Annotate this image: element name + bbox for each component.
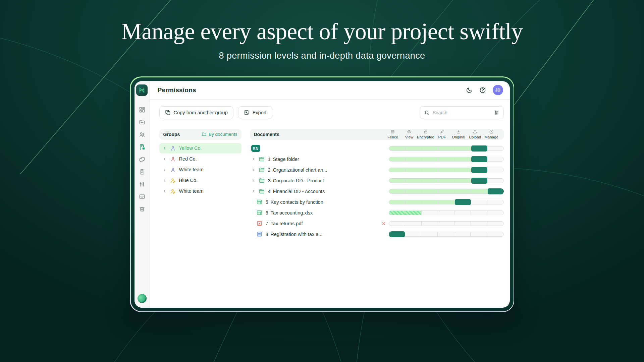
permission-segment-manage[interactable] [487,232,503,236]
column-encrypted[interactable]: Encrypted [418,129,434,139]
document-row[interactable]: 4Financial DD - Accounts [250,186,504,197]
permissions-icon[interactable] [139,144,145,150]
permission-segment-upload[interactable] [471,167,487,173]
chevron-right-icon[interactable] [162,189,167,193]
permission-segment-encrypted[interactable] [422,211,438,215]
document-row[interactable]: RN [250,143,504,154]
column-manage[interactable]: Manage [483,129,500,139]
permission-segment-pdf[interactable] [438,146,455,150]
chevron-right-icon[interactable] [251,168,256,172]
permission-segment-upload[interactable] [471,145,487,152]
column-pdf[interactable]: PDF [434,129,450,139]
permission-segment-upload[interactable] [471,200,487,204]
document-row[interactable]: 6Tax accounting.xlsx [250,207,504,218]
chevron-right-icon[interactable] [162,157,167,161]
column-upload[interactable]: Upload [467,129,483,139]
column-fence[interactable]: Fence [385,129,401,139]
chevron-right-icon[interactable] [251,178,256,183]
permission-segment-view[interactable] [405,222,422,226]
permission-segment-fence[interactable] [389,200,406,204]
permission-segment-original[interactable] [455,157,471,161]
group-row[interactable]: Red Co. [159,154,241,164]
permission-segment-manage[interactable] [487,157,503,161]
permission-segment-original[interactable] [455,146,471,150]
comments-icon[interactable] [139,156,145,163]
permission-segment-fence[interactable] [389,146,406,150]
permission-segment-manage[interactable] [487,222,503,226]
document-row[interactable]: 1Stage folder [250,154,504,165]
users-icon[interactable] [139,131,145,138]
permission-segment-original[interactable] [454,211,471,215]
documents-folder-icon[interactable] [139,119,145,126]
permission-segment-original[interactable] [454,232,471,236]
app-logo[interactable] [136,84,148,96]
permission-segment-encrypted[interactable] [422,179,438,183]
permission-segment-fence[interactable] [389,222,406,226]
permission-segment-upload[interactable] [471,232,487,236]
permission-segment-pdf[interactable] [438,179,455,183]
permission-segment-fence[interactable] [389,179,406,183]
permission-segment-fence[interactable] [389,211,406,215]
group-row[interactable]: Blue Co. [159,175,241,186]
permission-segment-manage[interactable] [488,188,504,194]
column-view[interactable]: View [401,129,418,139]
permission-segment-upload[interactable] [471,156,487,162]
permission-segment-encrypted[interactable] [422,168,438,172]
permission-segment-encrypted[interactable] [422,189,438,193]
permission-segment-upload[interactable] [471,178,487,184]
permission-segment-manage[interactable] [487,211,503,215]
search-field[interactable] [420,106,504,119]
permission-segment-view[interactable] [406,146,422,150]
permission-segment-fence[interactable] [389,168,406,172]
permission-segment-pdf[interactable] [438,200,455,204]
permission-segment-fence[interactable] [389,157,406,161]
document-row[interactable]: 2Organizational chart an... [250,165,504,175]
permission-segment-pdf[interactable] [438,232,454,236]
permission-segment-manage[interactable] [487,146,503,150]
archive-icon[interactable] [139,193,145,200]
permission-segment-view[interactable] [406,157,422,161]
document-row[interactable]: 7Tax returns.pdf [250,218,504,229]
chevron-right-icon[interactable] [162,168,167,172]
permission-segment-pdf[interactable] [438,168,455,172]
permission-segment-fence[interactable] [389,189,406,193]
copy-from-group-button[interactable]: Copy from another group [159,106,233,119]
permission-segment-original[interactable] [455,179,471,183]
group-row[interactable]: White team [159,165,241,175]
permission-segment-original[interactable] [455,168,471,172]
theme-toggle-moon-icon[interactable] [466,87,473,94]
permission-segment-original[interactable] [454,222,471,226]
column-original[interactable]: Original [450,129,467,139]
filter-sliders-icon[interactable] [494,110,499,115]
by-documents-link[interactable]: By documents [202,132,237,137]
chevron-right-icon[interactable] [162,178,167,183]
permission-segment-manage[interactable] [487,200,503,204]
permission-segment-encrypted[interactable] [422,222,438,226]
chevron-right-icon[interactable] [251,189,256,193]
chevron-right-icon[interactable] [251,157,256,161]
permission-segment-original[interactable] [455,199,471,205]
permission-segment-pdf[interactable] [438,222,454,226]
document-row[interactable]: 8Registration with tax a... [250,229,504,240]
permission-segment-upload[interactable] [471,222,487,226]
permission-segment-original[interactable] [455,189,471,193]
permission-segment-upload[interactable] [471,211,487,215]
group-row[interactable]: White team [159,186,241,196]
permission-segment-view[interactable] [406,200,422,204]
permission-segment-view[interactable] [406,179,422,183]
reports-icon[interactable] [139,169,145,175]
permission-segment-pdf[interactable] [438,211,454,215]
settings-sliders-icon[interactable] [139,181,145,188]
group-row[interactable]: Yellow Co. [159,143,241,154]
permission-segment-view[interactable] [405,211,422,215]
permission-segment-encrypted[interactable] [422,146,438,150]
permission-segment-pdf[interactable] [438,189,455,193]
permission-segment-fence[interactable] [389,231,405,237]
help-icon[interactable] [479,87,486,94]
export-button[interactable]: Export [238,106,272,119]
brand-orb-icon[interactable] [138,294,147,303]
permission-segment-encrypted[interactable] [422,157,438,161]
chevron-right-icon[interactable] [162,146,167,150]
permission-segment-manage[interactable] [487,179,503,183]
permission-segment-pdf[interactable] [438,157,455,161]
